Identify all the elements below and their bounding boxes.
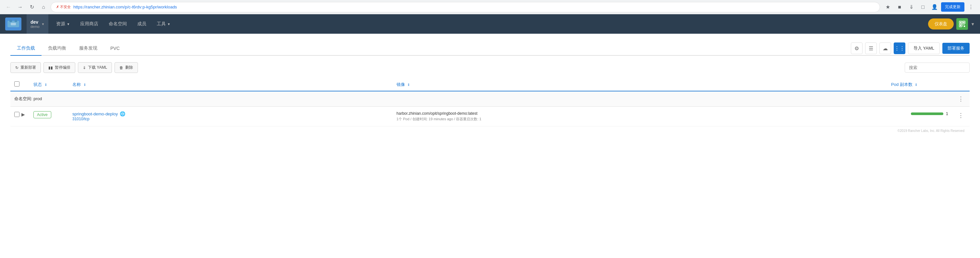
table-row: ▶ Active springboot-demo-deploy 🌐 31010/… bbox=[10, 107, 970, 127]
svg-rect-11 bbox=[964, 24, 964, 25]
redeploy-icon: ↻ bbox=[15, 65, 19, 70]
pods-cell: 1 bbox=[887, 107, 952, 127]
app-wrapper: dev demo ▼ 资源 ▼ 应用商店 命名空间 成员 工具 ▼ bbox=[0, 14, 980, 258]
port-link[interactable]: 31010/tcp bbox=[72, 117, 89, 121]
download-yaml-button[interactable]: ⇓ 下载 YAML bbox=[78, 62, 112, 73]
deploy-service-button[interactable]: 部署服务 bbox=[942, 43, 970, 54]
update-button[interactable]: 完成更新 bbox=[941, 2, 964, 12]
image-text: harbor.zhinian.com/opit/springboot-demo:… bbox=[396, 111, 883, 116]
redeploy-button[interactable]: ↻ 重新部署 bbox=[10, 62, 41, 73]
sub-nav-actions: ⚙ ☰ ☁ ⋮⋮ 导入 YAML 部署服务 bbox=[851, 43, 970, 54]
toolbar: ↻ 重新部署 ▮▮ 暂停编排 ⇓ 下载 YAML 🗑 删除 bbox=[10, 62, 970, 73]
header-name[interactable]: 名称 ⇕ bbox=[68, 78, 393, 91]
rancher-logo bbox=[5, 17, 21, 30]
delete-icon: 🗑 bbox=[119, 65, 123, 70]
nav-dropdown-icon[interactable]: ▼ bbox=[970, 22, 975, 27]
import-yaml-button[interactable]: 导入 YAML bbox=[908, 43, 940, 54]
browser-chrome: ← → ↻ ⌂ ✗ 不安全 https://rancher.zhinian.co… bbox=[0, 0, 980, 14]
bookmark-button[interactable]: ★ bbox=[883, 2, 893, 12]
header-actions bbox=[952, 78, 970, 91]
table-body: 命名空间: prod ⋮ ▶ Active bbox=[10, 91, 970, 127]
dashboard-button[interactable]: 仪表盘 bbox=[928, 19, 954, 30]
svg-rect-5 bbox=[960, 22, 961, 23]
list-view-button[interactable]: ☰ bbox=[865, 43, 877, 54]
select-all-checkbox[interactable] bbox=[14, 81, 19, 87]
top-nav: dev demo ▼ 资源 ▼ 应用商店 命名空间 成员 工具 ▼ bbox=[0, 14, 980, 34]
cluster-sub: demo bbox=[30, 25, 40, 28]
reload-button[interactable]: ↻ bbox=[27, 3, 37, 12]
svg-rect-12 bbox=[963, 25, 963, 26]
home-button[interactable]: ⌂ bbox=[39, 3, 48, 12]
avatar-button[interactable]: 👤 bbox=[929, 2, 940, 12]
extensions-button[interactable]: ■ bbox=[894, 2, 905, 12]
qr-icon[interactable] bbox=[956, 18, 968, 30]
logo-area bbox=[0, 17, 27, 30]
nav-item-members[interactable]: 成员 bbox=[132, 14, 151, 34]
namespace-actions: ⋮ bbox=[952, 91, 970, 107]
header-image[interactable]: 镜像 ⇕ bbox=[393, 78, 887, 91]
pod-count: 1 bbox=[946, 111, 948, 116]
image-cell: harbor.zhinian.com/opit/springboot-demo:… bbox=[393, 107, 887, 127]
tools-dropdown-icon: ▼ bbox=[167, 22, 170, 26]
pods-sort-icon: ⇕ bbox=[915, 83, 917, 87]
row-actions-cell: ⋮ bbox=[952, 107, 970, 127]
table-icon: ⋮⋮ bbox=[894, 45, 905, 52]
image-meta: 1个 Pod / 创建时间: 19 minutes ago / 容器重启次数: … bbox=[396, 117, 883, 122]
nav-item-tools[interactable]: 工具 ▼ bbox=[151, 14, 175, 34]
cloud-view-button[interactable]: ☁ bbox=[880, 43, 891, 54]
delete-button[interactable]: 🗑 删除 bbox=[115, 62, 138, 73]
network-icon: 🌐 bbox=[120, 111, 125, 116]
list-icon: ☰ bbox=[869, 45, 873, 52]
nav-item-namespace[interactable]: 命名空间 bbox=[103, 14, 132, 34]
workload-name-link[interactable]: springboot-demo-deploy 🌐 bbox=[72, 111, 389, 116]
nav-item-appstore[interactable]: 应用商店 bbox=[75, 14, 103, 34]
namespace-more-button[interactable]: ⋮ bbox=[956, 95, 966, 103]
image-sort-icon: ⇕ bbox=[407, 83, 410, 87]
header-status[interactable]: 状态 ⇕ bbox=[30, 78, 68, 91]
name-sort-icon: ⇕ bbox=[83, 83, 86, 87]
header-pods[interactable]: Pod 副本数 ⇕ bbox=[887, 78, 952, 91]
cloud-icon: ☁ bbox=[883, 45, 888, 52]
tab-workloads[interactable]: 工作负载 bbox=[10, 41, 41, 56]
table-view-button[interactable]: ⋮⋮ bbox=[894, 43, 905, 54]
cluster-name: dev bbox=[30, 19, 40, 25]
tab-pvc[interactable]: PVC bbox=[104, 42, 126, 55]
row-more-button[interactable]: ⋮ bbox=[956, 111, 966, 120]
tab-loadbalancer[interactable]: 负载均衡 bbox=[41, 41, 73, 56]
svg-rect-2 bbox=[14, 19, 17, 22]
svg-rect-13 bbox=[964, 25, 965, 27]
forward-button[interactable]: → bbox=[16, 3, 25, 12]
resources-dropdown-icon: ▼ bbox=[67, 22, 70, 26]
nav-right-actions: 仪表盘 ▼ bbox=[923, 18, 980, 30]
status-badge: Active bbox=[33, 111, 51, 118]
row-checkbox-cell: ▶ bbox=[10, 107, 30, 127]
pause-button[interactable]: ▮▮ 暂停编排 bbox=[43, 62, 75, 73]
gear-icon: ⚙ bbox=[854, 45, 859, 52]
svg-rect-10 bbox=[963, 24, 963, 25]
pod-cell: 1 bbox=[891, 111, 948, 116]
address-bar: ✗ 不安全 https://rancher.zhinian.com/p/c-t6… bbox=[51, 2, 880, 12]
play-button[interactable]: ▶ bbox=[21, 111, 25, 118]
tab-service-discovery[interactable]: 服务发现 bbox=[73, 41, 104, 56]
back-button[interactable]: ← bbox=[4, 3, 13, 12]
search-input[interactable] bbox=[905, 63, 970, 73]
pause-icon: ▮▮ bbox=[48, 65, 53, 70]
tab-button[interactable]: □ bbox=[918, 2, 928, 12]
svg-rect-3 bbox=[11, 23, 16, 25]
copyright-text: ©2019 Rancher Labs, Inc. All Rights Rese… bbox=[897, 129, 964, 133]
svg-rect-7 bbox=[963, 22, 964, 23]
status-cell: Active bbox=[30, 107, 68, 127]
cluster-selector[interactable]: dev demo ▼ bbox=[27, 14, 48, 34]
security-badge: ✗ 不安全 bbox=[56, 5, 71, 9]
chrome-more-button[interactable]: ⋮ bbox=[966, 2, 976, 12]
nav-item-resources[interactable]: 资源 ▼ bbox=[51, 14, 75, 34]
download-button[interactable]: ⇓ bbox=[906, 2, 916, 12]
url-display: https://rancher.zhinian.com/p/c-t6rdv:p-… bbox=[73, 5, 177, 9]
pod-progress-bar bbox=[911, 112, 943, 115]
row-select-checkbox[interactable] bbox=[14, 112, 19, 117]
namespace-label: 命名空间: prod bbox=[10, 91, 952, 107]
namespace-group-row: 命名空间: prod ⋮ bbox=[10, 91, 970, 107]
footer: ©2019 Rancher Labs, Inc. All Rights Rese… bbox=[10, 127, 970, 135]
svg-rect-1 bbox=[10, 19, 12, 22]
gear-view-button[interactable]: ⚙ bbox=[851, 43, 862, 54]
